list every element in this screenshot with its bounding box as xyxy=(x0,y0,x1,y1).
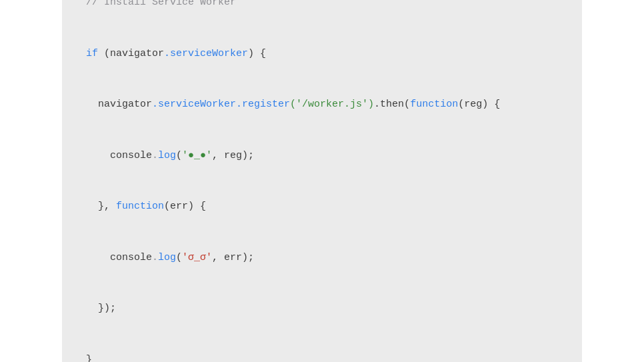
code-line-comment: // Install Service Worker xyxy=(86,0,558,11)
code-paren-open-2: ( xyxy=(176,252,182,263)
method-register: .register xyxy=(236,99,290,110)
keyword-if: if xyxy=(86,48,98,59)
code-then: .then( xyxy=(374,99,410,110)
dot-2: . xyxy=(152,252,158,263)
code-brace: ) { xyxy=(248,48,266,59)
prop-sw2: .serviceWorker xyxy=(152,99,236,110)
code-line-1: if (navigator.serviceWorker) { xyxy=(86,45,558,63)
code-paren-open-1: ( xyxy=(176,150,182,161)
string-sad: 'σ_σ' xyxy=(182,252,212,263)
code-line-3: console.log('●_●', reg); xyxy=(86,147,558,165)
method-log-2: log xyxy=(158,252,176,263)
code-line-4: }, function(err) { xyxy=(86,198,558,215)
code-paren: (navigator xyxy=(98,48,164,59)
code-line-5: console.log('σ_σ', err); xyxy=(86,249,558,267)
keyword-function-2: function xyxy=(116,201,164,212)
code-block: // Install Service Worker if (navigator.… xyxy=(86,0,558,362)
code-line-2: navigator.serviceWorker.register('/worke… xyxy=(86,96,558,113)
method-log-1: log xyxy=(158,150,176,161)
string-worker: ('/worker.js') xyxy=(290,99,374,110)
code-close-1: }, xyxy=(86,201,116,212)
code-console-1: console xyxy=(86,150,152,161)
string-happy: '●_●' xyxy=(182,150,212,161)
code-close-3: } xyxy=(86,354,92,363)
prop-sw: .serviceWorker xyxy=(164,48,248,59)
dot-1: . xyxy=(152,150,158,161)
code-console-2: console xyxy=(86,252,152,263)
code-line-6: }); xyxy=(86,300,558,317)
code-comma-2: , err); xyxy=(212,252,254,263)
code-func-arg-2: (err) { xyxy=(164,201,206,212)
code-comma-1: , reg); xyxy=(212,150,254,161)
code-indent-nav: navigator xyxy=(86,99,152,110)
code-func-arg-1: (reg) { xyxy=(458,99,500,110)
keyword-function-1: function xyxy=(410,99,458,110)
code-line-7: } xyxy=(86,351,558,363)
code-close-2: }); xyxy=(86,303,116,314)
code-container: // Install Service Worker if (navigator.… xyxy=(62,0,582,362)
comment-text: // Install Service Worker xyxy=(86,0,236,8)
